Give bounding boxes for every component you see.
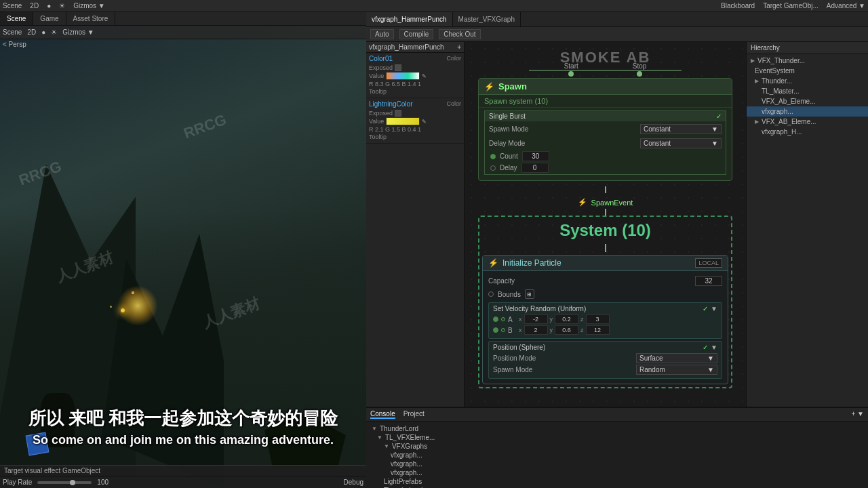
vp-light-btn[interactable]: ☀ — [51, 28, 57, 36]
menu-gizmos[interactable]: Gizmos ▼ — [73, 2, 105, 9]
play-rate-slider[interactable] — [37, 481, 92, 484]
b-label: B — [508, 327, 516, 334]
b-radio-2[interactable] — [501, 328, 505, 332]
count-label: Count — [500, 152, 518, 160]
color-prop-lightning: LightningColor Color Exposed Value ✎ — [366, 98, 464, 144]
add-btn[interactable]: + ▼ — [851, 410, 864, 419]
tab-scene[interactable]: Scene — [0, 12, 33, 25]
color01-exposed-label: Exposed — [369, 64, 393, 71]
spawn-event-node: ⚡ SpawnEvent — [478, 196, 732, 209]
menu-2d[interactable]: 2D — [30, 2, 39, 9]
project-item-1[interactable]: ▼ TL_VFXEleme... — [369, 433, 865, 442]
lightning-swatch-edit[interactable]: ✎ — [422, 119, 427, 125]
console-tab[interactable]: Console — [370, 410, 395, 419]
color01-swatch[interactable] — [386, 72, 420, 80]
nodes-container: Start Stop ⚡ Spawn — [478, 62, 732, 394]
vfx-tab-filename[interactable]: vfxgraph_HammerPunch — [366, 12, 453, 26]
delay-mode-dropdown[interactable]: Constant ▼ — [640, 138, 722, 148]
position-check[interactable]: ✓ — [703, 344, 708, 351]
project-item-2[interactable]: ▼ VFXGraphs — [369, 442, 865, 451]
lightning-exposed-check[interactable] — [395, 110, 401, 117]
count-value[interactable]: 30 — [522, 151, 549, 161]
hi-label-6: VFX_AB_Eleme... — [762, 118, 816, 125]
tab-game[interactable]: Game — [33, 12, 66, 25]
spawn-mode-dropdown[interactable]: Constant ▼ — [640, 124, 722, 134]
color-props-add[interactable]: + — [457, 43, 461, 51]
a-y-field[interactable]: 0.2 — [555, 314, 578, 324]
single-burst-check[interactable]: ✓ — [716, 113, 722, 120]
auto-btn[interactable]: Auto — [370, 29, 394, 39]
hierarchy-item-1[interactable]: EventSystem — [747, 66, 868, 76]
hierarchy-item-4[interactable]: VFX_Ab_Eleme... — [747, 96, 868, 106]
b-value: x 2 y 0.6 z 12 — [519, 325, 610, 335]
project-item-5[interactable]: vfxgraph... — [369, 468, 865, 477]
bounds-row: Bounds ⊞ — [488, 288, 722, 300]
position-expand[interactable]: ▼ — [711, 344, 717, 351]
b-x-field[interactable]: 2 — [524, 325, 548, 335]
pi-label-3: vfxgraph... — [391, 451, 422, 459]
color01-value-text: ✎ — [422, 73, 427, 79]
hi-label-1: EventSystem — [755, 67, 795, 75]
watermark-rrcg2: RRCG — [182, 111, 229, 143]
position-mode-dropdown[interactable]: Surface ▼ — [636, 353, 717, 363]
init-particle-icon: ⚡ — [488, 258, 498, 268]
menu-target-gameobject[interactable]: Target GameObj... — [763, 2, 818, 9]
a-z-field[interactable]: 3 — [586, 314, 610, 324]
menu-advanced[interactable]: Advanced ▼ — [827, 2, 865, 9]
a-radio-2[interactable] — [501, 317, 505, 321]
b-z-field[interactable]: 12 — [586, 325, 610, 335]
checkout-btn[interactable]: Check Out — [439, 29, 480, 39]
vp-gizmos-btn[interactable]: Gizmos ▼ — [62, 28, 94, 36]
color01-exposed-check[interactable] — [395, 64, 401, 71]
a-value: x -2 y 0.2 z 3 — [519, 314, 610, 324]
menu-record[interactable]: ● — [47, 2, 51, 9]
a-x-field[interactable]: -2 — [524, 314, 548, 324]
vp-2d-btn[interactable]: 2D — [27, 28, 36, 36]
capacity-value[interactable]: 32 — [695, 276, 722, 286]
vfx-tab-master[interactable]: Master_VFXGraph — [453, 12, 521, 26]
hierarchy-item-5[interactable]: vfxgraph... — [747, 106, 868, 117]
spawn-subtitle: Spawn system (10) — [479, 95, 732, 108]
menu-light[interactable]: ☀ — [59, 2, 65, 9]
lightning-type: Color — [446, 100, 461, 109]
viewport-panel: RRCG 人人素材 RRCG 人人素材 所以 来吧 和我一起参加这个奇妙的冒险 … — [0, 26, 366, 488]
tab-asset-store[interactable]: Asset Store — [66, 12, 116, 25]
vp-record-btn[interactable]: ● — [41, 28, 45, 36]
project-item-0[interactable]: ▼ ThunderLord — [369, 424, 865, 433]
hierarchy-item-2[interactable]: ▶ Thunder... — [747, 76, 868, 86]
project-item-6[interactable]: LightPrefabs — [369, 477, 865, 486]
menu-blackboard[interactable]: Blackboard — [721, 2, 755, 9]
project-item-3[interactable]: vfxgraph... — [369, 451, 865, 460]
set-velocity-section: Set Velocity Random (Uniform) ✓ ▼ — [488, 302, 722, 339]
count-row: Count 30 — [490, 151, 720, 161]
single-burst-block: Single Burst ✓ Spawn Mode Constant ▼ — [484, 110, 726, 175]
hierarchy-item-0[interactable]: ▶ VFX_Thunder... — [747, 56, 868, 66]
b-y-field[interactable]: 0.6 — [555, 325, 578, 335]
hierarchy-item-3[interactable]: TL_Master... — [747, 86, 868, 96]
a-radio-1[interactable] — [493, 317, 498, 322]
hierarchy-item-6[interactable]: ▶ VFX_AB_Eleme... — [747, 117, 868, 127]
hierarchy-item-7[interactable]: vfxgraph_H... — [747, 127, 868, 137]
a-x-axis: x — [519, 316, 522, 323]
delay-radio[interactable] — [490, 165, 496, 171]
b-radio-1[interactable] — [493, 327, 498, 333]
bounds-icon[interactable]: ⊞ — [525, 289, 534, 299]
project-item-4[interactable]: vfxgraph... — [369, 460, 865, 468]
hierarchy-header: Hierarchy — [747, 42, 868, 54]
hierarchy-tab[interactable]: Hierarchy — [751, 44, 780, 52]
position-spawn-mode-dropdown[interactable]: Random ▼ — [636, 365, 717, 375]
debug-btn[interactable]: Debug — [344, 479, 363, 486]
bounds-radio[interactable] — [488, 291, 494, 297]
project-tab[interactable]: Project — [403, 410, 425, 419]
delay-value[interactable]: 0 — [521, 163, 549, 173]
velocity-expand[interactable]: ▼ — [711, 305, 717, 312]
count-radio[interactable] — [490, 154, 496, 159]
lightning-swatch[interactable] — [386, 117, 420, 125]
compile-btn[interactable]: Compile — [399, 29, 434, 39]
velocity-check[interactable]: ✓ — [703, 305, 708, 312]
play-rate-label: Play Rate — [3, 479, 32, 486]
position-mode-label: Position Mode — [493, 354, 536, 362]
start-dot — [568, 71, 574, 77]
menu-scene[interactable]: Scene — [3, 2, 22, 9]
spawn-event-wire-top — [605, 186, 606, 193]
